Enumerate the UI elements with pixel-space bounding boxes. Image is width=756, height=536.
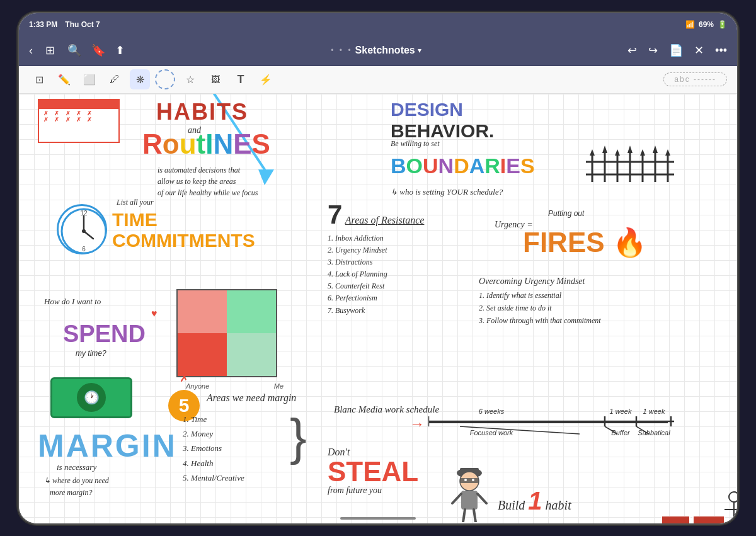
resistance-list: 1. Inbox Addiction 2. Urgency Mindset 3.… — [328, 232, 424, 317]
build-text: Build — [498, 498, 528, 512]
battery-icon: 🔋 — [718, 20, 727, 29]
list-item: 1. Time — [183, 412, 244, 426]
svg-text:Focused work: Focused work — [470, 429, 513, 436]
list-item: 3. Distractions — [328, 256, 424, 268]
list-item: 4. Lack of Planning — [328, 268, 424, 280]
overcome-title: Overcoming Urgency Mindset — [479, 277, 585, 287]
marker-tool[interactable]: 🖊 — [105, 69, 125, 89]
svg-line-49 — [474, 510, 476, 522]
pen-tool[interactable]: ✏️ — [54, 69, 74, 89]
svg-text:6: 6 — [82, 246, 86, 253]
undo-button[interactable]: ↩ — [625, 41, 639, 60]
text-tool[interactable]: T — [231, 69, 251, 89]
dots-center: • • • — [331, 46, 352, 55]
svg-line-47 — [478, 494, 486, 503]
how-spend-text: How do I want to — [44, 295, 101, 308]
title-dropdown-chevron[interactable]: ▾ — [418, 46, 421, 55]
svg-rect-45 — [461, 491, 478, 510]
money-bill-illustration: 🕐 — [50, 377, 132, 418]
canvas-area: ✗✗✗ ✗✗ ✗✗✗ ✗✗ HABITS and RoutINES is aut — [19, 94, 737, 523]
svg-rect-42 — [460, 478, 479, 483]
lasso-tool[interactable] — [155, 69, 175, 89]
clock-illustration: 12 6 — [57, 204, 107, 254]
date-display: Thu Oct 7 — [65, 20, 100, 29]
star-tool[interactable]: ☆ — [180, 69, 200, 89]
wifi-icon: 📶 — [685, 20, 695, 29]
time-display: 1:33 PM — [29, 20, 57, 29]
svg-text:1 week: 1 week — [610, 408, 632, 415]
list-item: 1. Inbox Addiction — [328, 232, 424, 244]
svg-point-43 — [464, 479, 467, 481]
brick-wall-illustration — [662, 516, 724, 523]
my-time-text: my time? — [76, 349, 106, 358]
list-item: 3. Follow through with that commitment — [479, 314, 601, 327]
list-item: 3. Emotions — [183, 441, 244, 455]
seven-number: 7 — [328, 200, 342, 229]
svg-text:12: 12 — [80, 210, 88, 217]
svg-marker-14 — [640, 149, 645, 156]
margin-sub: is necessary — [57, 462, 96, 472]
matrix-label-anyone: Anyone — [186, 382, 209, 390]
eraser-tool[interactable]: ⬜ — [79, 69, 100, 89]
grid-view-button[interactable]: ⊞ — [43, 41, 57, 60]
overcome-list: 1. Identify what is essential 2. Set asi… — [479, 289, 601, 328]
margin-title: MARGIN — [38, 428, 177, 464]
from-future-text: from future you — [328, 486, 454, 496]
habit-text: habit — [546, 498, 571, 512]
list-all-text: List all your — [117, 198, 154, 207]
list-item: 2. Set aside time to do it — [479, 302, 601, 314]
add-document-button[interactable]: 📄 — [667, 41, 685, 60]
routines-description: is automated decisions that allow us to … — [158, 164, 258, 198]
svg-line-64 — [734, 522, 737, 523]
shapes-tool[interactable]: ❋ — [130, 69, 150, 89]
list-item: 7. Busywork — [328, 305, 424, 317]
zoom-tool[interactable]: ⚡ — [256, 69, 276, 89]
svg-marker-12 — [615, 149, 620, 156]
redo-button[interactable]: ↪ — [646, 41, 660, 60]
svg-line-48 — [463, 510, 465, 522]
svg-marker-10 — [590, 149, 595, 156]
document-title: Sketchnotes — [355, 45, 415, 56]
build-one-number: 1 — [528, 487, 542, 515]
be-willing-text: Be willing to set — [391, 139, 440, 149]
curly-brace-decoration: } — [290, 412, 307, 462]
text-input-field[interactable]: abc ------ — [663, 72, 727, 86]
crop-tool[interactable]: ⊡ — [29, 69, 49, 89]
design-behavior-section: DESIGN BEHAVIOR. — [391, 99, 494, 142]
svg-marker-13 — [627, 145, 633, 153]
clock-on-bill: 🕐 — [76, 382, 107, 413]
svg-point-24 — [82, 229, 86, 233]
drawing-toolbar: ⊡ ✏️ ⬜ 🖊 ❋ ☆ 🖼 T ⚡ abc ------ — [19, 66, 737, 94]
areas-margin-title: Areas we need margin — [207, 392, 296, 404]
areas-resistance-label: Areas of Resistance — [345, 215, 425, 225]
bookmark-button[interactable]: 🔖 — [91, 43, 105, 57]
svg-rect-50 — [662, 516, 690, 523]
build-habit-text: Build 1 habit at a time — [498, 478, 571, 523]
battery-display: 69% — [699, 20, 714, 29]
quadrant-2 — [227, 290, 276, 333]
stick-figure — [718, 491, 737, 523]
close-button[interactable]: ✕ — [692, 41, 706, 60]
home-indicator[interactable] — [340, 517, 416, 520]
heart-decoration: ♥ — [151, 308, 158, 319]
fence-illustration — [586, 144, 674, 187]
list-item: 1. Identify what is essential — [479, 289, 601, 302]
svg-point-60 — [729, 492, 737, 502]
svg-marker-16 — [665, 149, 670, 156]
svg-line-63 — [728, 522, 734, 523]
list-item: 5. Mental/Creative — [183, 470, 244, 485]
back-button[interactable]: ‹ — [26, 42, 35, 60]
share-button[interactable]: ⬆ — [113, 41, 127, 60]
image-tool[interactable]: 🖼 — [205, 69, 226, 89]
search-button[interactable]: 🔍 — [65, 41, 84, 60]
svg-line-46 — [452, 494, 461, 503]
list-item: 2. Urgency Mindset — [328, 244, 424, 256]
behavior-title: BEHAVIOR. — [391, 120, 494, 142]
who-schedule-text: ↳ who is setting YOUR schedule? — [391, 187, 503, 197]
matrix-label-me: Me — [274, 382, 284, 390]
quadrant-3 — [178, 333, 227, 376]
more-options-button[interactable]: ••• — [713, 42, 730, 60]
svg-marker-11 — [602, 145, 607, 153]
navigation-bar: ‹ ⊞ 🔍 🔖 ⬆ • • • Sketchnotes ▾ ↩ ↪ 📄 ✕ ••… — [19, 36, 737, 66]
svg-marker-15 — [653, 145, 658, 153]
